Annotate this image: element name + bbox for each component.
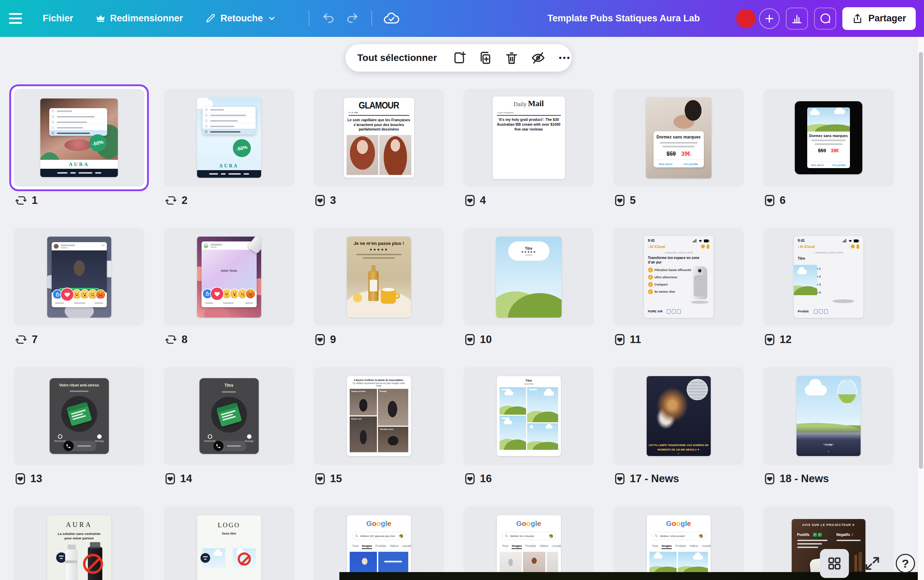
page-thumbnail-19[interactable]: AURA La solution sans contrainte pour mi…	[14, 506, 144, 580]
page-cell-15: 4 façons d’utiliser la bande de musculat…	[314, 367, 444, 486]
search-query: Meilleur WC japonais pas cher	[360, 534, 397, 538]
liked-page-icon	[315, 333, 325, 346]
sparkle: ✦	[647, 452, 711, 455]
ad-visual: Daily Mail Latest Headlines ‘It’s my hol…	[493, 96, 565, 179]
menu-icon[interactable]	[9, 13, 30, 24]
tagline: Sous titre	[197, 532, 261, 535]
page-thumbnail-20[interactable]: LOGO Sous titre	[163, 506, 294, 580]
comments-button[interactable]	[814, 8, 836, 30]
rule	[497, 115, 561, 116]
shadow	[832, 299, 855, 303]
page-thumbnail-23[interactable]: Google Meilleur 'votre produit' TousImag…	[613, 506, 744, 580]
page-cell-16: Titre Sous-titre 16	[464, 367, 594, 486]
page-thumbnail-9[interactable]: Je ne m’en passe plus ! ★★★★★	[314, 228, 444, 326]
brand: AURA	[47, 521, 111, 529]
add-page-icon[interactable]	[452, 50, 467, 66]
page-thumbnail-21[interactable]: Google Meilleur WC japonais pas cher Tou…	[314, 506, 444, 580]
page-label-17: 17 - News	[613, 472, 744, 486]
page-thumbnail-12[interactable]: 9:41 ‹ Al iCloud 1 décembre 2025 à 08:00…	[763, 228, 894, 326]
edit-menu[interactable]: Retouche	[205, 13, 276, 24]
page-thumbnail-10[interactable]: Titre ★★★★★	[464, 228, 594, 326]
title: Titre	[500, 379, 558, 382]
search-suggestions-overlay	[49, 108, 107, 136]
brand-logo: AURA	[197, 163, 261, 169]
negatives-list-placeholder	[837, 540, 861, 543]
text-lines-placeholder	[660, 142, 698, 147]
file-menu[interactable]: Fichier	[43, 13, 73, 24]
page-cell-9: Je ne m’en passe plus ! ★★★★★ 9	[314, 228, 444, 346]
message-title: Titre	[798, 257, 805, 260]
page-thumbnail-4[interactable]: Daily Mail Latest Headlines ‘It’s my hol…	[464, 89, 594, 187]
page-label-6: 6	[763, 194, 894, 208]
mic-icon	[699, 534, 703, 538]
cta-link: J’en profite	[832, 163, 845, 167]
avatar[interactable]	[736, 9, 756, 28]
post-avatar	[204, 243, 208, 248]
page-thumbnail-16[interactable]: Titre Sous-titre	[464, 367, 594, 465]
scrollbar-thumb[interactable]	[919, 52, 923, 469]
page-thumbnail-17[interactable]: CETTE LAMPE TRANSFORME VOS SOIRÉES EN MO…	[613, 367, 744, 465]
page-thumbnail-15[interactable]: 4 façons d’utiliser la bande de musculat…	[314, 367, 444, 465]
caller-photo	[61, 396, 97, 432]
answer-slider	[213, 441, 246, 451]
tagline: La solution sans contrainte pour mixer p…	[54, 532, 104, 541]
grid-view-icon	[827, 556, 842, 571]
redo-icon[interactable]	[343, 9, 361, 27]
page-thumbnail-7[interactable]	[14, 228, 144, 326]
result-tabs: TousImagesProduitsVidéosActualités	[352, 544, 411, 549]
ad-visual: Je ne m’en passe plus ! ★★★★★	[347, 237, 411, 318]
undo-icon[interactable]	[320, 9, 338, 27]
page-thumbnail-18[interactable]: "TITRE" ✦	[763, 367, 894, 465]
page-thumbnail-2[interactable]: -50% AURA	[163, 89, 294, 187]
stars: ★★★★★	[521, 250, 536, 254]
pages-grid: -50% AURA 1 -50% AURA	[14, 89, 894, 580]
duplicate-page-icon[interactable]	[478, 50, 493, 66]
store-badges	[667, 309, 681, 314]
page-thumbnail-22[interactable]: Google Meilleur fer à boucler TousImages…	[464, 506, 594, 580]
page-thumbnail-11[interactable]: 9:41 ‹ Al iCloud 1 décembre 2025 à 08:00…	[613, 228, 744, 326]
add-member-button[interactable]	[759, 8, 780, 29]
more-options-icon[interactable]	[558, 50, 571, 66]
subtitle-placeholder	[69, 391, 89, 392]
share-button[interactable]: Partager	[842, 7, 916, 30]
delete-page-icon[interactable]	[504, 50, 519, 66]
page-thumbnail-1[interactable]: -50% AURA	[14, 89, 144, 187]
scrollbar-track[interactable]	[918, 37, 924, 580]
page-thumbnail-14[interactable]: Titre Remind Me Message	[163, 367, 294, 465]
page-cell-12: 9:41 ‹ Al iCloud 1 décembre 2025 à 08:00…	[763, 228, 894, 346]
lemon	[353, 293, 362, 302]
divider	[309, 11, 309, 26]
bullet-3: Compact	[655, 283, 668, 286]
page-thumbnail-13[interactable]: Votre rituel anti-stress Remind Me	[14, 367, 144, 465]
page-thumbnail-6[interactable]: × Dormez sans marques $59 39€ Non merci …	[763, 89, 894, 187]
page-thumbnail-8[interactable]: Votre Texte	[163, 228, 294, 326]
negatives-heading: Négatifs ✗	[837, 533, 854, 537]
press-logos-bar	[40, 169, 118, 177]
page-label-5: 5	[613, 194, 744, 208]
text-lines-placeholder	[356, 254, 401, 259]
grid-view-button[interactable]	[820, 549, 849, 578]
page-thumbnail-3[interactable]: GLAMOUR À LA UNE Le soin capillaire que …	[314, 89, 444, 187]
resize-menu[interactable]: Redimensionner	[96, 13, 183, 24]
design-title[interactable]: Template Pubs Statiques Aura Lab	[548, 0, 700, 37]
discount-badge: -50%	[231, 137, 252, 159]
hide-page-icon[interactable]	[531, 50, 546, 66]
dismiss-link: Non merci	[659, 163, 672, 166]
page-thumbnail-5[interactable]: Dormez sans marques $59 39€ Non merci J’…	[613, 89, 744, 187]
page-cell-18: "TITRE" ✦ 18 - News	[763, 367, 894, 486]
ad-visual: GLAMOUR À LA UNE Le soin capillaire que …	[344, 98, 414, 178]
insights-button[interactable]	[786, 8, 808, 30]
inset-oval	[837, 379, 857, 404]
page-label-2: 2	[163, 194, 294, 208]
post-image: Votre Texte	[201, 250, 257, 292]
google-logo: Google	[647, 519, 711, 528]
select-all-button[interactable]: Tout sélectionner	[357, 52, 437, 63]
fullscreen-button[interactable]	[862, 553, 883, 574]
message-title: Transforme ton espace en zone d’air pur	[648, 256, 700, 265]
offer-title: Dormez sans marques	[656, 135, 701, 140]
photo-left	[346, 135, 379, 175]
help-button[interactable]: ?	[896, 554, 915, 573]
pages-toolbar: Tout sélectionner	[346, 44, 572, 72]
kicker: Latest Headlines	[497, 112, 514, 114]
search-icon	[355, 534, 358, 538]
